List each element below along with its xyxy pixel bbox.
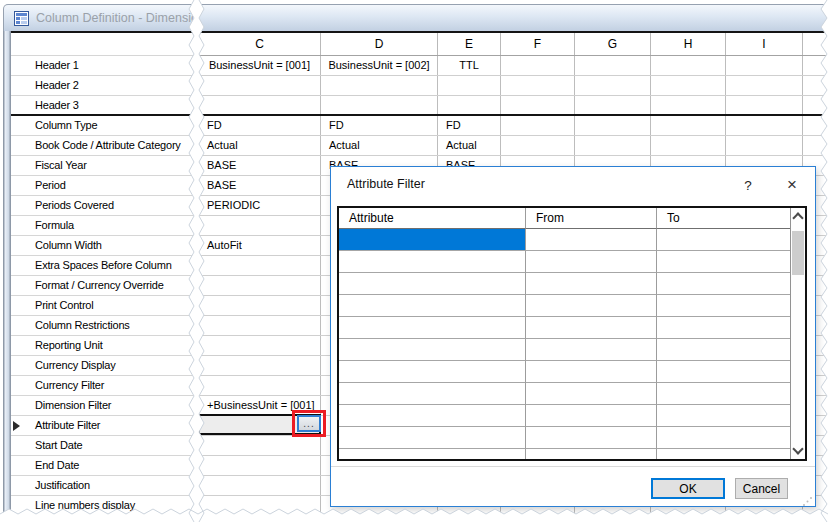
filter-cell[interactable] <box>526 229 657 251</box>
row-header-dimension-filter[interactable]: Dimension Filter <box>11 396 195 416</box>
grid-cell[interactable]: FD <box>321 116 438 135</box>
grid-cell[interactable] <box>803 96 835 114</box>
filter-cell[interactable] <box>657 361 790 383</box>
grid-cell[interactable] <box>199 436 321 455</box>
grid-cell[interactable]: AutoFit <box>199 236 321 255</box>
filter-cell[interactable] <box>339 383 526 405</box>
grid-cell[interactable] <box>438 96 501 114</box>
row-header-book-code-attribute-category[interactable]: Book Code / Attribute Category <box>11 136 195 156</box>
grid-cell[interactable] <box>199 76 321 95</box>
grid-cell[interactable] <box>575 76 651 95</box>
vertical-scrollbar[interactable] <box>790 208 805 459</box>
filter-cell[interactable] <box>339 251 526 273</box>
filter-cell[interactable] <box>526 339 657 361</box>
filter-cell[interactable] <box>657 449 790 461</box>
grid-cell[interactable] <box>575 116 651 135</box>
row-header-reporting-unit[interactable]: Reporting Unit <box>11 336 195 356</box>
grid-cell[interactable]: Actual <box>199 136 321 155</box>
grid-cell[interactable] <box>651 56 726 75</box>
grid-cell[interactable]: BusinessUnit = [002] <box>321 56 438 75</box>
grid-cell[interactable] <box>199 276 321 295</box>
grid-cell[interactable] <box>199 296 321 315</box>
filter-cell[interactable] <box>526 427 657 449</box>
grid-cell[interactable] <box>199 216 321 235</box>
grid-cell[interactable] <box>651 96 726 114</box>
grid-cell[interactable] <box>321 96 438 114</box>
grid-cell[interactable] <box>501 116 575 135</box>
grid-cell[interactable] <box>726 136 803 155</box>
row-header-line-numbers-display[interactable]: Line numbers display <box>11 496 195 516</box>
grid-cell[interactable] <box>199 96 321 114</box>
column-header-I[interactable]: I <box>726 33 803 55</box>
row-header-header-1[interactable]: Header 1 <box>11 56 195 76</box>
window-titlebar[interactable]: Column Definition - Dimensio <box>3 4 828 31</box>
row-header-format-currency-override[interactable]: Format / Currency Override <box>11 276 195 296</box>
row-header-print-control[interactable]: Print Control <box>11 296 195 316</box>
grid-cell[interactable] <box>501 56 575 75</box>
selected-filter-cell[interactable] <box>339 229 526 251</box>
filter-cell[interactable] <box>657 273 790 295</box>
filter-cell[interactable] <box>526 383 657 405</box>
row-header-attribute-filter[interactable]: Attribute Filter <box>11 416 195 436</box>
row-header-periods-covered[interactable]: Periods Covered <box>11 196 195 216</box>
filter-cell[interactable] <box>526 449 657 461</box>
grid-cell[interactable] <box>501 96 575 114</box>
scrollbar-thumb[interactable] <box>792 231 804 275</box>
filter-cell[interactable] <box>339 449 526 461</box>
row-header-currency-filter[interactable]: Currency Filter <box>11 376 195 396</box>
filter-cell[interactable] <box>657 229 790 251</box>
grid-cell[interactable] <box>726 116 803 135</box>
close-icon[interactable]: × <box>777 172 807 198</box>
grid-cell[interactable]: PERIODIC <box>199 196 321 215</box>
grid-cell[interactable] <box>199 496 321 515</box>
grid-cell[interactable] <box>199 256 321 275</box>
filter-cell[interactable] <box>657 251 790 273</box>
grid-cell[interactable] <box>803 56 835 75</box>
grid-cell[interactable] <box>726 56 803 75</box>
grid-cell[interactable] <box>651 136 726 155</box>
column-header-F[interactable]: F <box>501 33 575 55</box>
scroll-up-icon[interactable] <box>791 208 805 225</box>
grid-cell[interactable]: BASE <box>199 176 321 195</box>
filter-cell[interactable] <box>657 317 790 339</box>
filter-cell[interactable] <box>339 339 526 361</box>
filter-cell[interactable] <box>526 295 657 317</box>
grid-cell[interactable] <box>501 136 575 155</box>
grid-cell[interactable] <box>575 136 651 155</box>
grid-cell[interactable] <box>803 76 835 95</box>
row-header-header-3[interactable]: Header 3 <box>11 96 195 116</box>
grid-cell[interactable] <box>803 136 835 155</box>
column-header-C[interactable]: C <box>199 33 321 55</box>
filter-cell[interactable] <box>339 427 526 449</box>
filter-cell[interactable] <box>657 405 790 427</box>
grid-cell[interactable] <box>726 76 803 95</box>
grid-cell[interactable] <box>575 96 651 114</box>
grid-cell[interactable] <box>321 76 438 95</box>
grid-cell[interactable] <box>726 96 803 114</box>
row-header-currency-display[interactable]: Currency Display <box>11 356 195 376</box>
grid-cell[interactable]: TTL <box>438 56 501 75</box>
cancel-button[interactable]: Cancel <box>735 478 788 499</box>
grid-cell[interactable]: BusinessUnit = [001] <box>199 56 321 75</box>
filter-cell[interactable] <box>339 317 526 339</box>
filter-cell[interactable] <box>657 383 790 405</box>
grid-cell[interactable] <box>501 76 575 95</box>
row-header-column-type[interactable]: Column Type <box>11 116 195 136</box>
row-header-extra-spaces-before-column[interactable]: Extra Spaces Before Column <box>11 256 195 276</box>
grid-cell[interactable] <box>199 376 321 395</box>
resize-grip[interactable] <box>802 493 813 504</box>
filter-cell[interactable] <box>526 273 657 295</box>
filter-cell[interactable] <box>339 295 526 317</box>
grid-cell[interactable] <box>651 76 726 95</box>
ok-button[interactable]: OK <box>651 478 725 499</box>
grid-cell[interactable]: FD <box>199 116 321 135</box>
filter-cell[interactable] <box>526 317 657 339</box>
filter-cell[interactable] <box>526 251 657 273</box>
filter-cell[interactable] <box>657 427 790 449</box>
grid-cell[interactable]: Actual <box>321 136 438 155</box>
row-header-fiscal-year[interactable]: Fiscal Year <box>11 156 195 176</box>
grid-cell[interactable] <box>199 316 321 335</box>
filter-cell[interactable] <box>657 295 790 317</box>
filter-cell[interactable] <box>339 273 526 295</box>
grid-cell[interactable] <box>575 56 651 75</box>
